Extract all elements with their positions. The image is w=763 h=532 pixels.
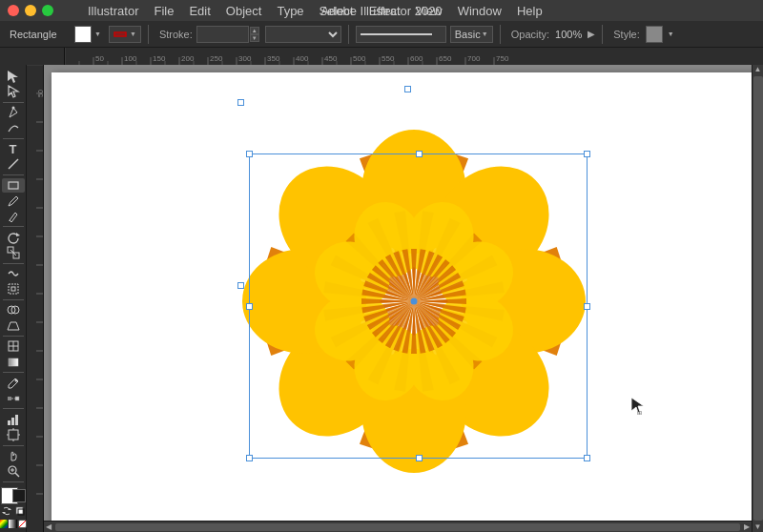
opacity-value: 100%	[555, 29, 582, 40]
svg-marker-159	[411, 249, 417, 301]
menu-illustrator[interactable]: Illustrator	[80, 4, 146, 18]
gradient-mode-btn[interactable]	[9, 520, 17, 528]
column-graph-btn[interactable]	[2, 412, 25, 426]
perspective-btn[interactable]	[2, 318, 25, 333]
stroke-icon	[113, 28, 127, 41]
basic-dropdown-arrow: ▼	[482, 31, 488, 37]
svg-text:400: 400	[296, 54, 309, 63]
sidebar-sep-1	[3, 102, 24, 103]
selection-tool-btn[interactable]	[2, 69, 25, 83]
sidebar-sep-10	[3, 445, 24, 446]
svg-text:500: 500	[353, 54, 366, 63]
center-anchor	[411, 298, 418, 305]
artboard-tool-btn[interactable]	[2, 427, 25, 441]
fill-stroke-swatches[interactable]	[1, 487, 26, 503]
hand-tool-btn[interactable]	[2, 448, 25, 462]
shape-builder-btn[interactable]	[2, 303, 25, 317]
vertical-ruler: 50	[27, 65, 44, 532]
svg-text:150: 150	[153, 54, 166, 63]
svg-text:50: 50	[37, 90, 44, 97]
scroll-thumb-v[interactable]	[753, 76, 763, 521]
scroll-up-btn[interactable]: ▲	[753, 65, 763, 74]
fill-color-group[interactable]: ▼	[74, 26, 101, 43]
stroke-input[interactable]	[196, 26, 249, 43]
swap-fill-stroke-btn[interactable]	[1, 505, 12, 517]
app-title: Adobe Illustrator 2020	[320, 4, 442, 18]
type-icon: T	[10, 142, 17, 156]
style-swatch[interactable]	[646, 26, 663, 43]
menu-edit[interactable]: Edit	[181, 4, 217, 18]
rotate-tool-btn[interactable]	[2, 230, 25, 244]
basic-label-box[interactable]: Basic ▼	[450, 26, 493, 43]
svg-marker-47	[9, 86, 18, 97]
fill-dropdown-arrow[interactable]: ▼	[94, 31, 101, 37]
scale-tool-btn[interactable]	[2, 245, 25, 259]
zoom-tool-btn[interactable]	[2, 464, 25, 479]
maximize-button[interactable]	[42, 5, 53, 16]
minimize-button[interactable]	[25, 5, 36, 16]
color-mode-btn[interactable]	[0, 520, 8, 528]
ruler-svg: 50 100 150 200 250 300 350 400 450 500 5…	[65, 48, 763, 65]
fill-color-swatch[interactable]	[74, 26, 92, 43]
rectangle-tool-btn[interactable]	[2, 178, 25, 193]
svg-line-49	[9, 159, 18, 169]
free-transform-btn[interactable]	[2, 282, 25, 297]
scrollbar-right[interactable]: ▲ ▼	[752, 65, 763, 532]
add-anchor-tool-btn[interactable]	[2, 120, 25, 134]
svg-rect-65	[8, 397, 11, 400]
svg-point-64	[14, 379, 17, 381]
menu-type[interactable]: Type	[269, 4, 311, 18]
stroke-up-arrow[interactable]: ▲	[250, 27, 259, 34]
paintbrush-tool-btn[interactable]	[2, 194, 25, 208]
stroke-arrows: ▲ ▼	[250, 27, 259, 42]
svg-rect-55	[9, 284, 18, 294]
eyedropper-btn[interactable]	[2, 376, 25, 390]
canvas-area[interactable]: ⊞ ▲ ▼ ◀ ▶	[44, 65, 763, 532]
scroll-down-btn[interactable]: ▼	[753, 522, 763, 532]
gradient-tool-btn[interactable]	[2, 355, 25, 369]
color-mode-row	[0, 520, 27, 528]
direct-selection-tool-btn[interactable]	[2, 84, 25, 98]
separator-4	[602, 25, 603, 44]
mesh-tool-btn[interactable]	[2, 339, 25, 354]
stroke-label: Stroke:	[159, 29, 193, 40]
opacity-arrow[interactable]: ▶	[588, 29, 595, 39]
pencil-tool-btn[interactable]	[2, 209, 25, 223]
close-button[interactable]	[8, 5, 19, 16]
menu-window[interactable]: Window	[450, 4, 509, 18]
warp-tool-btn[interactable]	[2, 266, 25, 280]
pen-tool-btn[interactable]	[2, 105, 25, 119]
svg-text:550: 550	[382, 54, 395, 63]
scrollbar-bottom[interactable]: ◀ ▶	[44, 521, 752, 532]
line-tool-btn[interactable]	[2, 157, 25, 172]
menu-object[interactable]: Object	[218, 4, 270, 18]
scroll-thumb-h[interactable]	[55, 523, 740, 531]
style-dropdown-arrow[interactable]: ▼	[668, 31, 674, 37]
sidebar-sep-9	[3, 408, 24, 409]
svg-text:750: 750	[496, 54, 509, 63]
stroke-profile-select[interactable]	[265, 26, 341, 43]
svg-rect-50	[9, 182, 18, 189]
title-bar: Illustrator File Edit Object Type Select…	[0, 0, 763, 21]
svg-text:350: 350	[267, 54, 280, 63]
menu-file[interactable]: File	[146, 4, 181, 18]
sidebar-sep-7	[3, 336, 24, 337]
svg-point-48	[11, 106, 14, 109]
scroll-right-btn[interactable]: ▶	[742, 522, 752, 532]
stroke-icon-btn[interactable]: ▼	[109, 26, 141, 43]
svg-text:50: 50	[95, 54, 104, 63]
scroll-left-btn[interactable]: ◀	[44, 522, 53, 532]
none-mode-btn[interactable]	[18, 520, 27, 528]
dash-pattern-box[interactable]	[356, 26, 446, 43]
stroke-swatch-large[interactable]	[12, 489, 26, 502]
ruler-corner	[0, 48, 65, 65]
svg-marker-46	[8, 71, 18, 83]
blend-tool-btn[interactable]	[2, 391, 25, 405]
default-colors-btn[interactable]	[14, 505, 26, 517]
svg-marker-168	[414, 298, 466, 304]
type-tool-btn[interactable]: T	[2, 141, 25, 155]
menu-help[interactable]: Help	[509, 4, 550, 18]
svg-text:⊞: ⊞	[637, 410, 642, 415]
svg-rect-68	[8, 420, 10, 425]
stroke-down-arrow[interactable]: ▼	[250, 34, 259, 42]
